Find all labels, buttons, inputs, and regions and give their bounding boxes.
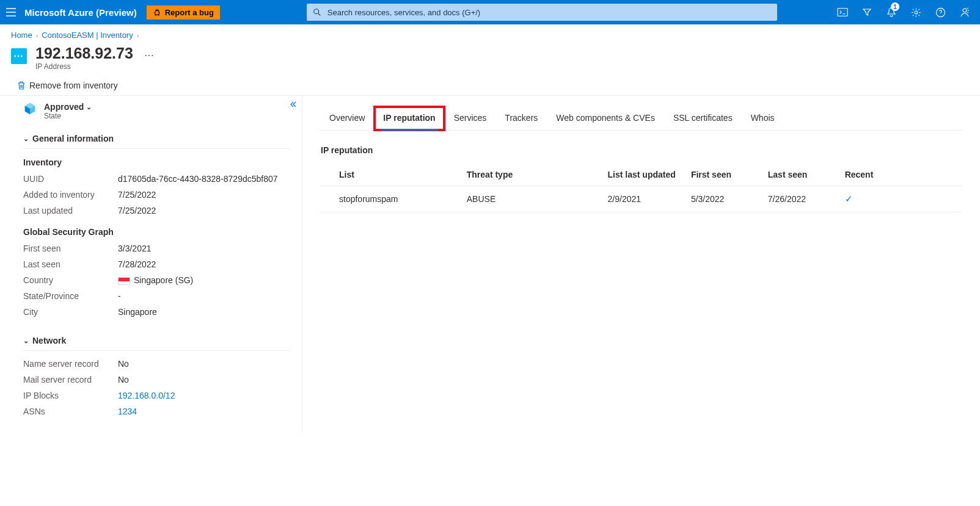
svg-point-1	[314, 9, 319, 14]
state-dropdown[interactable]: Approved ⌄	[44, 102, 92, 112]
search-icon	[313, 8, 321, 16]
collapse-pane-icon[interactable]	[290, 101, 297, 108]
chevron-right-icon: ›	[36, 32, 38, 39]
help-icon[interactable]	[930, 0, 951, 24]
svg-rect-2	[838, 9, 847, 16]
search-input[interactable]	[326, 7, 771, 18]
tab-ip-reputation[interactable]: IP reputation	[375, 107, 444, 130]
tab-ssl-certificates[interactable]: SSL certificates	[665, 107, 741, 130]
col-first: First seen	[686, 164, 763, 186]
tab-trackers[interactable]: Trackers	[496, 107, 546, 130]
subsection-gsg: Global Security Graph	[23, 227, 290, 237]
province-label: State/Province	[23, 291, 118, 301]
uuid-label: UUID	[23, 174, 118, 184]
report-bug-button[interactable]: Report a bug	[147, 5, 220, 20]
ns-value: No	[118, 359, 290, 369]
mail-label: Mail server record	[23, 375, 118, 385]
section-general-label: General information	[32, 134, 114, 143]
chevron-down-icon: ⌄	[23, 337, 29, 345]
city-label: City	[23, 307, 118, 317]
brand-label: Microsoft Azure (Preview)	[24, 7, 137, 18]
firstseen-value: 3/3/2021	[118, 244, 290, 253]
svg-point-3	[915, 11, 918, 14]
country-label: Country	[23, 275, 118, 285]
state-sublabel: State	[44, 112, 92, 120]
check-icon: ✓	[845, 193, 853, 204]
tab-web-components[interactable]: Web components & CVEs	[547, 107, 664, 130]
detail-tabs: Overview IP reputation Services Trackers…	[321, 107, 962, 131]
cloud-shell-icon[interactable]	[832, 0, 853, 24]
ip-resource-icon: ⋯	[11, 48, 27, 64]
uuid-value: d17605da-76cc-4430-8328-8729dc5bf807	[118, 174, 290, 184]
city-value: Singapore	[118, 307, 290, 317]
bug-icon	[153, 8, 161, 16]
ns-label: Name server record	[23, 359, 118, 369]
cell-first: 5/3/2022	[686, 186, 763, 212]
breadcrumb-home[interactable]: Home	[11, 31, 32, 40]
added-label: Added to inventory	[23, 190, 118, 200]
cell-list: stopforumspam	[321, 186, 462, 212]
asns-value[interactable]: 1234	[118, 407, 290, 416]
col-last: Last seen	[763, 164, 840, 186]
ip-reputation-title: IP reputation	[321, 145, 962, 155]
cell-threat: ABUSE	[462, 186, 603, 212]
state-value: Approved	[44, 102, 84, 112]
cell-updated: 2/9/2021	[603, 186, 686, 212]
ipblocks-label: IP Blocks	[23, 391, 118, 400]
asns-label: ASNs	[23, 407, 118, 416]
cell-recent: ✓	[840, 186, 962, 212]
tab-overview[interactable]: Overview	[321, 107, 373, 130]
subsection-inventory: Inventory	[23, 157, 290, 167]
province-value: -	[118, 291, 290, 301]
remove-from-inventory-button[interactable]: Remove from inventory	[17, 81, 118, 90]
chevron-down-icon: ⌄	[86, 103, 92, 111]
ip-reputation-table: List Threat type List last updated First…	[321, 164, 962, 212]
col-threat: Threat type	[462, 164, 603, 186]
lastseen-value: 7/28/2022	[118, 259, 290, 269]
settings-icon[interactable]	[905, 0, 926, 24]
tab-services[interactable]: Services	[445, 107, 495, 130]
flag-sg-icon	[118, 277, 130, 285]
state-cube-icon	[23, 102, 38, 117]
col-list: List	[321, 164, 462, 186]
feedback-icon[interactable]	[954, 0, 975, 24]
col-updated: List last updated	[603, 164, 686, 186]
country-value: Singapore (SG)	[118, 275, 290, 285]
page-title: 192.168.92.73	[35, 45, 133, 62]
chevron-down-icon: ⌄	[23, 135, 29, 143]
added-value: 7/25/2022	[118, 190, 290, 200]
lastseen-label: Last seen	[23, 259, 118, 269]
section-network[interactable]: ⌄ Network	[23, 331, 290, 351]
menu-icon[interactable]	[5, 6, 17, 18]
firstseen-label: First seen	[23, 244, 118, 253]
more-actions-icon[interactable]: ⋯	[144, 49, 154, 61]
section-network-label: Network	[32, 336, 66, 345]
updated-value: 7/25/2022	[118, 206, 290, 215]
page-subtitle: IP Address	[35, 62, 133, 71]
notification-count-badge: 1	[891, 2, 899, 11]
filter-icon[interactable]	[857, 0, 877, 24]
chevron-right-icon: ›	[137, 32, 139, 39]
table-row[interactable]: stopforumspam ABUSE 2/9/2021 5/3/2022 7/…	[321, 186, 962, 212]
remove-label: Remove from inventory	[29, 81, 118, 90]
report-bug-label: Report a bug	[165, 8, 214, 17]
svg-point-5	[963, 9, 967, 12]
col-recent: Recent	[840, 164, 962, 186]
cell-last: 7/26/2022	[763, 186, 840, 212]
notifications-icon[interactable]: 1	[881, 0, 902, 24]
breadcrumb-inventory[interactable]: ContosoEASM | Inventory	[42, 31, 133, 40]
updated-label: Last updated	[23, 206, 118, 215]
ipblocks-value[interactable]: 192.168.0.0/12	[118, 391, 290, 400]
trash-icon	[17, 81, 26, 90]
svg-point-0	[155, 10, 159, 15]
global-search[interactable]	[307, 4, 777, 21]
tab-whois[interactable]: Whois	[742, 107, 783, 130]
breadcrumb: Home › ContosoEASM | Inventory ›	[0, 24, 980, 42]
mail-value: No	[118, 375, 290, 385]
section-general-information[interactable]: ⌄ General information	[23, 129, 290, 149]
